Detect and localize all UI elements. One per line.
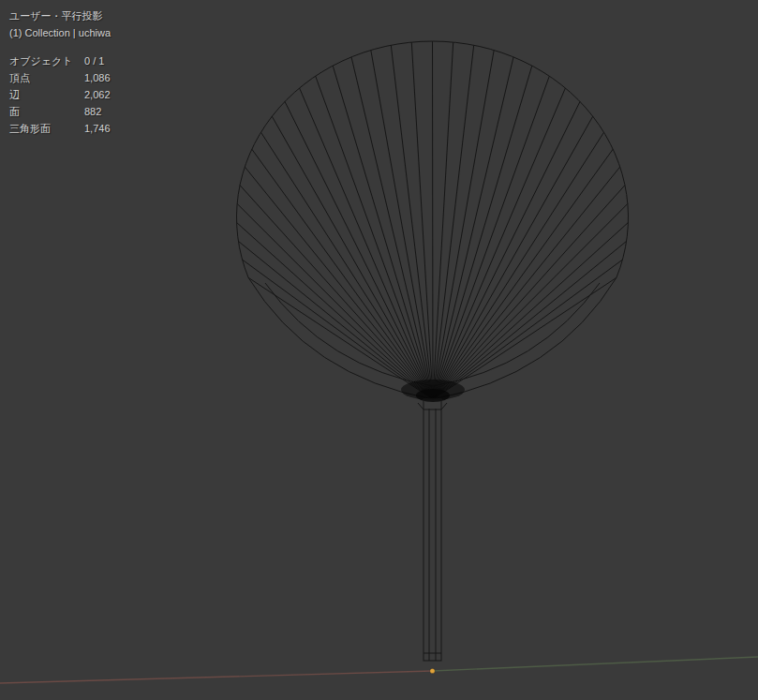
stat-value-objects: 0 / 1 <box>84 52 111 69</box>
stat-label-edges: 辺 <box>9 86 84 103</box>
stat-label-triangles: 三角形面 <box>9 120 84 137</box>
stat-value-triangles: 1,746 <box>84 120 111 137</box>
stat-label-objects: オブジェクト <box>9 52 84 69</box>
viewport-overlay: ユーザー・平行投影 (1) Collection | uchiwa オブジェクト… <box>9 7 111 137</box>
stat-value-vertices: 1,086 <box>84 69 111 86</box>
fan-handle-tab-left <box>418 403 424 410</box>
y-axis-line <box>433 657 758 671</box>
fan-ribs <box>237 41 629 399</box>
scene-statistics: オブジェクト 0 / 1 頂点 1,086 辺 2,062 面 882 三角形面… <box>9 52 111 137</box>
stat-value-faces: 882 <box>84 103 111 120</box>
fan-handle-tab-right <box>441 403 447 410</box>
stat-label-faces: 面 <box>9 103 84 120</box>
stat-value-edges: 2,062 <box>84 86 111 103</box>
rib-convergence-core <box>416 389 450 402</box>
object-origin-dot <box>430 668 435 673</box>
blender-3d-viewport[interactable]: ユーザー・平行投影 (1) Collection | uchiwa オブジェクト… <box>0 0 758 700</box>
view-angle-label: ユーザー・平行投影 <box>9 7 111 24</box>
collection-breadcrumb: (1) Collection | uchiwa <box>9 24 111 41</box>
stat-label-vertices: 頂点 <box>9 69 84 86</box>
fan-handle-outline <box>424 399 441 661</box>
x-axis-line <box>0 671 433 683</box>
uchiwa-fan-wireframe <box>0 0 758 700</box>
